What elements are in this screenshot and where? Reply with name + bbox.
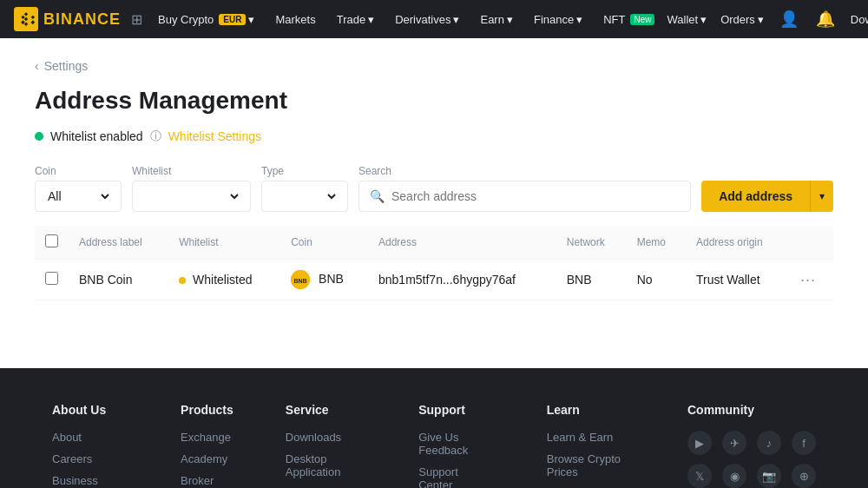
coin-select[interactable]: All BTC ETH BNB [35, 181, 122, 212]
nav-trade[interactable]: Trade ▾ [328, 0, 383, 38]
type-filter: Type External Internal [261, 165, 348, 212]
table-col-memo: Memo [627, 226, 686, 260]
footer-link-broker[interactable]: Broker [181, 474, 233, 487]
table-col-coin: Coin [280, 226, 368, 260]
grid-icon[interactable]: ⊞ [131, 11, 142, 28]
nav-derivatives[interactable]: Derivatives ▾ [386, 0, 468, 38]
search-input[interactable] [391, 189, 680, 203]
social-icon-telegram[interactable]: ✈ [722, 431, 746, 455]
coin-icon: BNB [291, 270, 310, 289]
whitelist-filter-label: Whitelist [132, 165, 251, 177]
whitelist-select[interactable]: Whitelisted Not Whitelisted [132, 181, 251, 212]
footer-link-support-center[interactable]: Support Center [418, 465, 495, 488]
footer-link-careers[interactable]: Careers [52, 452, 128, 465]
nav-finance[interactable]: Finance ▾ [525, 0, 591, 38]
add-address-button[interactable]: Add address [701, 181, 810, 212]
logo-text: BINANCE [43, 10, 121, 29]
add-address-btn-group: Add address ▾ [701, 181, 833, 212]
footer-link-desktop[interactable]: Desktop Application [286, 452, 366, 478]
nav-wallet[interactable]: Wallet ▾ [663, 13, 710, 26]
add-address-dropdown-button[interactable]: ▾ [810, 181, 833, 212]
navbar: BINANCE ⊞ Buy Crypto EUR ▾ Markets Trade… [0, 0, 868, 38]
row-label: BNB Coin [69, 260, 168, 300]
table-header-checkbox [35, 226, 69, 260]
footer-columns: About Us About Careers Business Contacts… [52, 403, 816, 488]
nav-earn[interactable]: Earn ▾ [471, 0, 521, 38]
whitelist-filter: Whitelist Whitelisted Not Whitelisted [132, 165, 251, 212]
nav-buy-crypto[interactable]: Buy Crypto EUR ▾ [149, 0, 263, 38]
social-icon-tiktok[interactable]: ♪ [757, 431, 781, 455]
back-chevron-icon: ‹ [35, 59, 39, 73]
footer-link-crypto-prices[interactable]: Browse Crypto Prices [547, 452, 635, 478]
footer-link-exchange[interactable]: Exchange [181, 431, 233, 444]
logo[interactable]: BINANCE [14, 7, 121, 31]
social-icon-youtube[interactable]: ▶ [687, 431, 712, 455]
back-label: Settings [44, 59, 89, 73]
table-col-origin: Address origin [686, 226, 790, 260]
search-label: Search [358, 165, 691, 177]
type-select-input[interactable]: External Internal [271, 188, 339, 204]
footer-col-service-title: Service [286, 403, 366, 417]
row-whitelist: Whitelisted [168, 260, 280, 300]
social-icon-reddit[interactable]: ◉ [722, 464, 746, 488]
footer-link-learn-earn[interactable]: Learn & Earn [547, 431, 635, 444]
footer-col-community-title: Community [687, 403, 816, 417]
select-all-checkbox[interactable] [45, 234, 58, 247]
footer-col-learn-title: Learn [547, 403, 635, 417]
footer-link-business[interactable]: Business Contacts [52, 474, 128, 488]
footer: About Us About Careers Business Contacts… [0, 368, 868, 488]
nav-markets[interactable]: Markets [266, 0, 324, 38]
social-icon-twitter[interactable]: 𝕏 [687, 464, 712, 488]
address-table: Address label Whitelist Coin Address Net… [35, 226, 833, 300]
footer-social-row-1: ▶ ✈ ♪ f [687, 431, 816, 455]
social-icon-instagram[interactable]: 📷 [757, 464, 781, 488]
footer-col-products-title: Products [181, 403, 233, 417]
footer-link-academy[interactable]: Academy [181, 452, 233, 465]
table-header: Address label Whitelist Coin Address Net… [35, 226, 833, 260]
filters-row: Coin All BTC ETH BNB Whitelist Whitelist… [35, 165, 833, 212]
footer-col-support: Support Give Us Feedback Support Center … [418, 403, 495, 488]
whitelist-status-row: Whitelist enabled ⓘ Whitelist Settings [35, 129, 833, 144]
svg-text:BNB: BNB [294, 278, 307, 284]
whitelist-select-input[interactable]: Whitelisted Not Whitelisted [141, 188, 241, 204]
nav-downloads[interactable]: Downloads [847, 13, 868, 26]
user-icon[interactable]: 👤 [774, 10, 804, 29]
row-checkbox-cell [35, 260, 69, 300]
whitelist-dot [35, 132, 43, 141]
bell-icon[interactable]: 🔔 [811, 10, 840, 29]
table-col-label: Address label [69, 226, 168, 260]
social-icon-facebook[interactable]: f [792, 431, 816, 455]
footer-col-about-title: About Us [52, 403, 128, 417]
row-coin: BNB BNB [280, 260, 368, 300]
navbar-right: Wallet ▾ Orders ▾ 👤 🔔 Downloads English … [663, 10, 868, 29]
footer-social-row-2: 𝕏 ◉ 📷 ⊕ [687, 464, 816, 488]
type-select[interactable]: External Internal [261, 181, 348, 212]
info-icon[interactable]: ⓘ [150, 129, 161, 144]
whitelist-indicator [179, 277, 186, 284]
search-group: Search 🔍 [358, 165, 691, 212]
nav-orders[interactable]: Orders ▾ [717, 13, 767, 26]
footer-link-feedback[interactable]: Give Us Feedback [418, 431, 495, 457]
row-checkbox[interactable] [45, 272, 58, 285]
row-actions-button[interactable]: ··· [800, 271, 816, 289]
back-link[interactable]: ‹ Settings [35, 59, 833, 73]
table-col-address: Address [368, 226, 556, 260]
whitelist-settings-link[interactable]: Whitelist Settings [168, 129, 261, 143]
whitelist-status-text: Whitelist enabled [50, 129, 143, 143]
search-input-wrap: 🔍 [358, 181, 691, 212]
row-actions: ··· [790, 260, 833, 300]
row-network: BNB [556, 260, 627, 300]
table-col-network: Network [556, 226, 627, 260]
navbar-left: BINANCE ⊞ Buy Crypto EUR ▾ Markets Trade… [14, 0, 663, 38]
row-address: bnb1m5tf7n...6hygpy76af [368, 260, 556, 300]
table-body: BNB Coin Whitelisted BNB BNB bnb1m5tf7n.… [35, 260, 833, 300]
footer-col-about: About Us About Careers Business Contacts [52, 403, 128, 488]
main-content: ‹ Settings Address Management Whitelist … [0, 38, 868, 368]
table-row: BNB Coin Whitelisted BNB BNB bnb1m5tf7n.… [35, 260, 833, 300]
nav-nft[interactable]: NFT New [595, 0, 663, 38]
social-icon-other[interactable]: ⊕ [792, 464, 816, 488]
footer-link-downloads[interactable]: Downloads [286, 431, 366, 444]
coin-select-input[interactable]: All BTC ETH BNB [44, 188, 112, 204]
coin-filter: Coin All BTC ETH BNB [35, 165, 122, 212]
footer-link-about[interactable]: About [52, 431, 128, 444]
